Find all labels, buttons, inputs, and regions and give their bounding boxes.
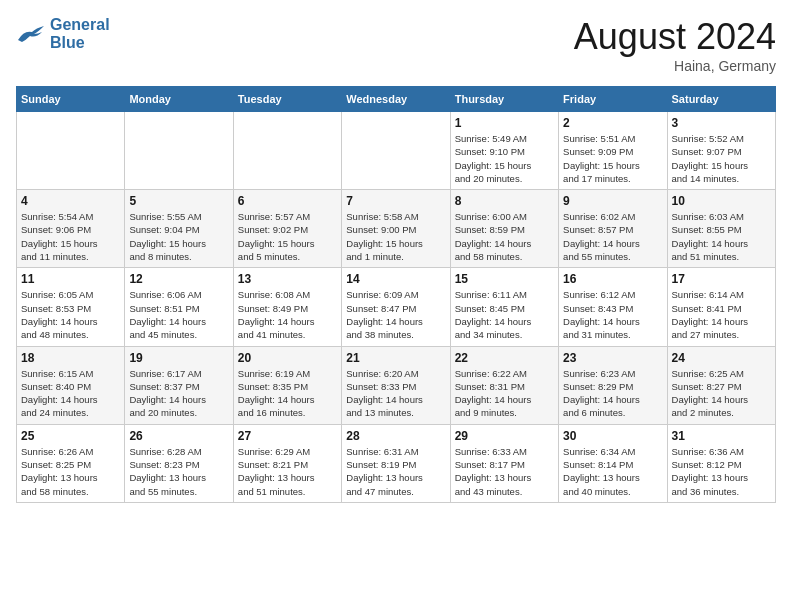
day-number: 18 xyxy=(21,351,120,365)
day-number: 2 xyxy=(563,116,662,130)
day-number: 20 xyxy=(238,351,337,365)
calendar-cell: 15Sunrise: 6:11 AMSunset: 8:45 PMDayligh… xyxy=(450,268,558,346)
weekday-header-saturday: Saturday xyxy=(667,87,775,112)
day-number: 11 xyxy=(21,272,120,286)
day-info: Sunrise: 6:20 AMSunset: 8:33 PMDaylight:… xyxy=(346,367,445,420)
day-info: Sunrise: 5:55 AMSunset: 9:04 PMDaylight:… xyxy=(129,210,228,263)
day-info: Sunrise: 6:14 AMSunset: 8:41 PMDaylight:… xyxy=(672,288,771,341)
day-number: 5 xyxy=(129,194,228,208)
day-number: 6 xyxy=(238,194,337,208)
calendar-week-3: 11Sunrise: 6:05 AMSunset: 8:53 PMDayligh… xyxy=(17,268,776,346)
day-number: 29 xyxy=(455,429,554,443)
calendar-cell: 12Sunrise: 6:06 AMSunset: 8:51 PMDayligh… xyxy=(125,268,233,346)
day-info: Sunrise: 6:06 AMSunset: 8:51 PMDaylight:… xyxy=(129,288,228,341)
day-number: 31 xyxy=(672,429,771,443)
calendar-cell: 18Sunrise: 6:15 AMSunset: 8:40 PMDayligh… xyxy=(17,346,125,424)
calendar-week-5: 25Sunrise: 6:26 AMSunset: 8:25 PMDayligh… xyxy=(17,424,776,502)
calendar-cell: 17Sunrise: 6:14 AMSunset: 8:41 PMDayligh… xyxy=(667,268,775,346)
calendar-cell: 24Sunrise: 6:25 AMSunset: 8:27 PMDayligh… xyxy=(667,346,775,424)
day-number: 25 xyxy=(21,429,120,443)
day-info: Sunrise: 6:29 AMSunset: 8:21 PMDaylight:… xyxy=(238,445,337,498)
calendar-cell: 21Sunrise: 6:20 AMSunset: 8:33 PMDayligh… xyxy=(342,346,450,424)
day-number: 22 xyxy=(455,351,554,365)
day-info: Sunrise: 6:28 AMSunset: 8:23 PMDaylight:… xyxy=(129,445,228,498)
day-number: 14 xyxy=(346,272,445,286)
day-info: Sunrise: 6:26 AMSunset: 8:25 PMDaylight:… xyxy=(21,445,120,498)
day-info: Sunrise: 6:08 AMSunset: 8:49 PMDaylight:… xyxy=(238,288,337,341)
day-info: Sunrise: 6:33 AMSunset: 8:17 PMDaylight:… xyxy=(455,445,554,498)
day-info: Sunrise: 5:54 AMSunset: 9:06 PMDaylight:… xyxy=(21,210,120,263)
day-info: Sunrise: 6:05 AMSunset: 8:53 PMDaylight:… xyxy=(21,288,120,341)
day-number: 23 xyxy=(563,351,662,365)
weekday-header-wednesday: Wednesday xyxy=(342,87,450,112)
weekday-header-tuesday: Tuesday xyxy=(233,87,341,112)
calendar-table: SundayMondayTuesdayWednesdayThursdayFrid… xyxy=(16,86,776,503)
calendar-cell: 19Sunrise: 6:17 AMSunset: 8:37 PMDayligh… xyxy=(125,346,233,424)
calendar-cell: 16Sunrise: 6:12 AMSunset: 8:43 PMDayligh… xyxy=(559,268,667,346)
title-block: August 2024 Haina, Germany xyxy=(574,16,776,74)
day-info: Sunrise: 6:36 AMSunset: 8:12 PMDaylight:… xyxy=(672,445,771,498)
day-number: 21 xyxy=(346,351,445,365)
weekday-header-thursday: Thursday xyxy=(450,87,558,112)
calendar-cell: 31Sunrise: 6:36 AMSunset: 8:12 PMDayligh… xyxy=(667,424,775,502)
day-number: 27 xyxy=(238,429,337,443)
calendar-cell: 7Sunrise: 5:58 AMSunset: 9:00 PMDaylight… xyxy=(342,190,450,268)
calendar-cell xyxy=(17,112,125,190)
weekday-header-monday: Monday xyxy=(125,87,233,112)
day-info: Sunrise: 6:31 AMSunset: 8:19 PMDaylight:… xyxy=(346,445,445,498)
day-number: 1 xyxy=(455,116,554,130)
calendar-cell: 28Sunrise: 6:31 AMSunset: 8:19 PMDayligh… xyxy=(342,424,450,502)
month-year-title: August 2024 xyxy=(574,16,776,58)
calendar-cell: 10Sunrise: 6:03 AMSunset: 8:55 PMDayligh… xyxy=(667,190,775,268)
calendar-cell: 27Sunrise: 6:29 AMSunset: 8:21 PMDayligh… xyxy=(233,424,341,502)
day-info: Sunrise: 6:23 AMSunset: 8:29 PMDaylight:… xyxy=(563,367,662,420)
day-info: Sunrise: 5:52 AMSunset: 9:07 PMDaylight:… xyxy=(672,132,771,185)
day-info: Sunrise: 6:25 AMSunset: 8:27 PMDaylight:… xyxy=(672,367,771,420)
day-info: Sunrise: 6:22 AMSunset: 8:31 PMDaylight:… xyxy=(455,367,554,420)
weekday-header-friday: Friday xyxy=(559,87,667,112)
day-info: Sunrise: 6:12 AMSunset: 8:43 PMDaylight:… xyxy=(563,288,662,341)
day-number: 19 xyxy=(129,351,228,365)
day-info: Sunrise: 6:00 AMSunset: 8:59 PMDaylight:… xyxy=(455,210,554,263)
day-info: Sunrise: 6:02 AMSunset: 8:57 PMDaylight:… xyxy=(563,210,662,263)
day-number: 9 xyxy=(563,194,662,208)
calendar-cell: 9Sunrise: 6:02 AMSunset: 8:57 PMDaylight… xyxy=(559,190,667,268)
calendar-cell: 4Sunrise: 5:54 AMSunset: 9:06 PMDaylight… xyxy=(17,190,125,268)
calendar-cell: 30Sunrise: 6:34 AMSunset: 8:14 PMDayligh… xyxy=(559,424,667,502)
calendar-cell: 26Sunrise: 6:28 AMSunset: 8:23 PMDayligh… xyxy=(125,424,233,502)
day-number: 26 xyxy=(129,429,228,443)
day-info: Sunrise: 5:51 AMSunset: 9:09 PMDaylight:… xyxy=(563,132,662,185)
weekday-header-row: SundayMondayTuesdayWednesdayThursdayFrid… xyxy=(17,87,776,112)
calendar-cell: 14Sunrise: 6:09 AMSunset: 8:47 PMDayligh… xyxy=(342,268,450,346)
day-number: 10 xyxy=(672,194,771,208)
weekday-header-sunday: Sunday xyxy=(17,87,125,112)
calendar-cell: 20Sunrise: 6:19 AMSunset: 8:35 PMDayligh… xyxy=(233,346,341,424)
day-info: Sunrise: 5:49 AMSunset: 9:10 PMDaylight:… xyxy=(455,132,554,185)
day-number: 13 xyxy=(238,272,337,286)
calendar-cell: 6Sunrise: 5:57 AMSunset: 9:02 PMDaylight… xyxy=(233,190,341,268)
calendar-cell: 2Sunrise: 5:51 AMSunset: 9:09 PMDaylight… xyxy=(559,112,667,190)
day-number: 7 xyxy=(346,194,445,208)
calendar-week-1: 1Sunrise: 5:49 AMSunset: 9:10 PMDaylight… xyxy=(17,112,776,190)
day-info: Sunrise: 6:03 AMSunset: 8:55 PMDaylight:… xyxy=(672,210,771,263)
day-number: 28 xyxy=(346,429,445,443)
day-number: 15 xyxy=(455,272,554,286)
day-info: Sunrise: 6:17 AMSunset: 8:37 PMDaylight:… xyxy=(129,367,228,420)
day-number: 30 xyxy=(563,429,662,443)
calendar-cell: 22Sunrise: 6:22 AMSunset: 8:31 PMDayligh… xyxy=(450,346,558,424)
day-number: 3 xyxy=(672,116,771,130)
calendar-cell: 11Sunrise: 6:05 AMSunset: 8:53 PMDayligh… xyxy=(17,268,125,346)
day-number: 8 xyxy=(455,194,554,208)
calendar-cell: 3Sunrise: 5:52 AMSunset: 9:07 PMDaylight… xyxy=(667,112,775,190)
day-info: Sunrise: 5:57 AMSunset: 9:02 PMDaylight:… xyxy=(238,210,337,263)
day-info: Sunrise: 6:15 AMSunset: 8:40 PMDaylight:… xyxy=(21,367,120,420)
calendar-cell: 5Sunrise: 5:55 AMSunset: 9:04 PMDaylight… xyxy=(125,190,233,268)
calendar-week-4: 18Sunrise: 6:15 AMSunset: 8:40 PMDayligh… xyxy=(17,346,776,424)
calendar-cell xyxy=(342,112,450,190)
calendar-cell: 29Sunrise: 6:33 AMSunset: 8:17 PMDayligh… xyxy=(450,424,558,502)
logo: General Blue xyxy=(16,16,110,51)
day-number: 24 xyxy=(672,351,771,365)
day-number: 4 xyxy=(21,194,120,208)
day-number: 17 xyxy=(672,272,771,286)
day-number: 16 xyxy=(563,272,662,286)
